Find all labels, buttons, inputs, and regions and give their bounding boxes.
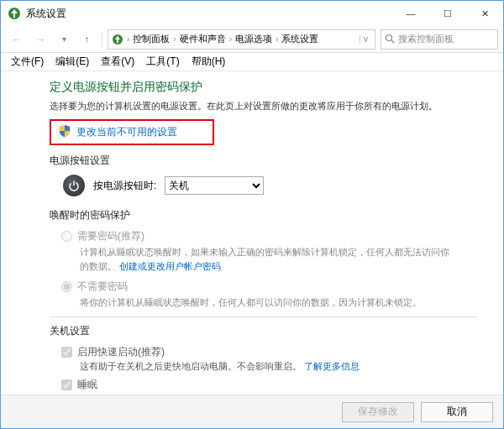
menu-help[interactable]: 帮助(H) <box>186 53 231 71</box>
chevron-right-icon: › <box>127 34 129 44</box>
titlebar: 系统设置 — ☐ ✕ <box>1 1 503 26</box>
menu-edit[interactable]: 编辑(E) <box>50 53 94 71</box>
save-button[interactable]: 保存修改 <box>342 402 414 422</box>
power-button-select[interactable]: 关机 <box>165 176 264 195</box>
chevron-right-icon: › <box>276 34 278 44</box>
radio-need-password-input <box>61 231 72 242</box>
section-shutdown: 关机设置 <box>50 324 478 338</box>
chevron-right-icon: › <box>173 34 176 44</box>
check-fast-startup-desc: 这有助于在关机之后更快地启动电脑。不会影响重启。 了解更多信息 <box>80 360 478 373</box>
check-fast-startup-input <box>61 347 72 358</box>
shield-icon <box>58 124 71 140</box>
search-icon <box>385 34 395 45</box>
breadcrumb-dropdown[interactable]: v <box>360 34 371 44</box>
create-change-password-link[interactable]: 创建或更改用户帐户密码 <box>119 261 221 271</box>
power-options-icon <box>8 7 21 20</box>
footer: 保存修改 取消 <box>1 395 503 428</box>
navigation-bar: ← → ▾ ↑ › 控制面板 › 硬件和声音 › 电源选项 › 系统设置 v 搜… <box>1 26 503 53</box>
check-fast-startup-block: 启用快速启动(推荐) 这有助于在关机之后更快地启动电脑。不会影响重启。 了解更多… <box>61 345 478 373</box>
section-wake-password: 唤醒时的密码保护 <box>50 208 478 222</box>
up-button[interactable]: ↑ <box>76 29 97 50</box>
check-sleep-label: 睡眠 <box>77 378 97 392</box>
learn-more-link[interactable]: 了解更多信息 <box>304 361 360 371</box>
menubar: 文件(F) 编辑(E) 查看(V) 工具(T) 帮助(H) <box>1 53 503 71</box>
radio-no-password-label: 不需要密码 <box>77 280 128 294</box>
power-button-label: 按电源按钮时: <box>93 179 156 193</box>
menu-view[interactable]: 查看(V) <box>96 53 139 71</box>
power-options-icon <box>112 34 123 45</box>
check-fast-startup-label: 启用快速启动(推荐) <box>77 345 165 359</box>
breadcrumb-item[interactable]: 系统设置 <box>281 33 318 45</box>
radio-need-password-block: 需要密码(推荐) 计算机从睡眠状态唤醒时，如果未输入正确的密码来解除计算机锁定，… <box>61 229 478 273</box>
window-title: 系统设置 <box>26 7 392 21</box>
content-area: 定义电源按钮并启用密码保护 选择要为您的计算机设置的电源设置。在此页上对设置所做… <box>1 71 503 395</box>
power-button-row: 按电源按钮时: 关机 <box>63 175 478 196</box>
forward-button[interactable]: → <box>29 29 51 50</box>
search-input[interactable]: 搜索控制面板 <box>381 29 498 50</box>
search-placeholder: 搜索控制面板 <box>398 33 454 45</box>
check-sleep-block: 睡眠 显示在“电源”菜单中。 <box>61 378 478 395</box>
radio-no-password: 不需要密码 <box>61 280 478 294</box>
check-sleep: 睡眠 <box>61 378 478 392</box>
admin-link-text[interactable]: 更改当前不可用的设置 <box>76 125 177 139</box>
radio-no-password-input <box>61 281 72 292</box>
power-icon <box>63 175 85 196</box>
radio-need-password-desc: 计算机从睡眠状态唤醒时，如果未输入正确的密码来解除计算机锁定，任何人都无法访问你… <box>80 245 449 273</box>
menu-file[interactable]: 文件(F) <box>6 53 49 71</box>
check-fast-startup: 启用快速启动(推荐) <box>61 345 478 359</box>
svg-line-3 <box>391 40 394 43</box>
page-heading: 定义电源按钮并启用密码保护 <box>50 80 478 95</box>
back-button[interactable]: ← <box>6 29 28 50</box>
svg-point-2 <box>386 34 392 40</box>
system-settings-window: 系统设置 — ☐ ✕ ← → ▾ ↑ › 控制面板 › 硬件和声音 › 电源选项… <box>0 0 504 429</box>
close-button[interactable]: ✕ <box>466 1 503 26</box>
change-unavailable-settings-link[interactable]: 更改当前不可用的设置 <box>50 119 214 145</box>
recent-dropdown[interactable]: ▾ <box>53 29 75 50</box>
minimize-button[interactable]: — <box>392 1 429 26</box>
chevron-right-icon: › <box>229 34 232 44</box>
radio-no-password-desc: 将你的计算机从睡眠状态唤醒时，任何人都可以访问你的数据，因为计算机未锁定。 <box>80 296 449 310</box>
breadcrumb-item[interactable]: 硬件和声音 <box>180 33 226 45</box>
radio-need-password-label: 需要密码(推荐) <box>77 229 144 243</box>
breadcrumb[interactable]: › 控制面板 › 硬件和声音 › 电源选项 › 系统设置 v <box>108 29 375 50</box>
page-subtext: 选择要为您的计算机设置的电源设置。在此页上对设置所做的更改将应用于你所有的电源计… <box>50 100 478 112</box>
section-power-button: 电源按钮设置 <box>50 154 478 168</box>
breadcrumb-item[interactable]: 电源选项 <box>235 33 272 45</box>
radio-no-password-block: 不需要密码 将你的计算机从睡眠状态唤醒时，任何人都可以访问你的数据，因为计算机未… <box>61 280 478 310</box>
radio-need-password: 需要密码(推荐) <box>61 229 478 243</box>
nav-separator <box>102 32 102 47</box>
menu-tools[interactable]: 工具(T) <box>141 53 184 71</box>
check-sleep-input <box>61 379 72 390</box>
maximize-button[interactable]: ☐ <box>429 1 466 26</box>
breadcrumb-item[interactable]: 控制面板 <box>133 33 170 45</box>
window-controls: — ☐ ✕ <box>392 1 503 26</box>
separator <box>50 317 478 317</box>
cancel-button[interactable]: 取消 <box>421 402 493 422</box>
